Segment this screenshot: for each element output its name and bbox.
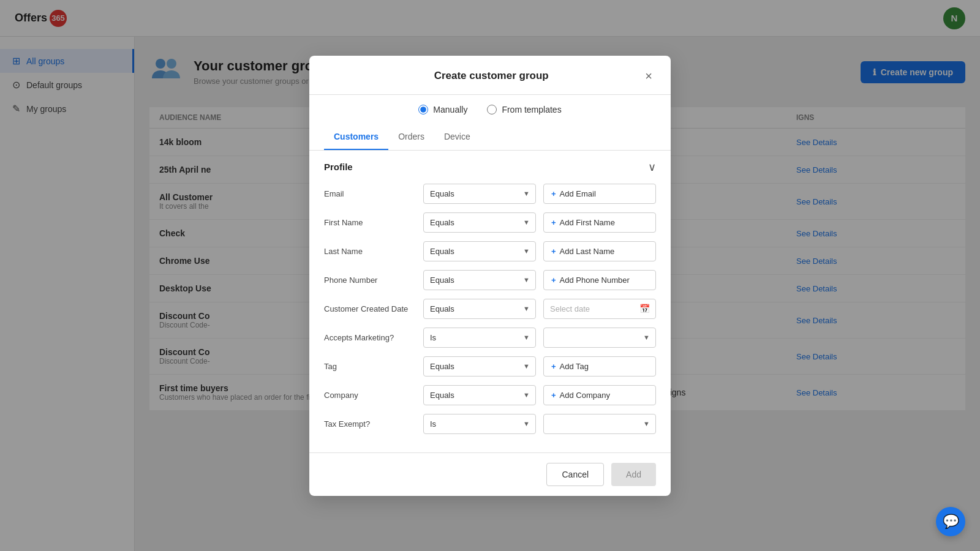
- modal-overlay: Create customer group × Manually From te…: [0, 0, 980, 551]
- phone-field-row: Phone Number EqualsNot Equals ▼ + Add Ph…: [324, 270, 656, 290]
- add-email-label: Add Email: [560, 189, 596, 198]
- add-lastname-button[interactable]: + Add Last Name: [543, 241, 656, 261]
- created-date-operator-select[interactable]: EqualsBeforeAfter: [423, 299, 536, 319]
- add-phone-label: Add Phone Number: [560, 276, 630, 285]
- tag-field-row: Tag EqualsNot Equals ▼ + Add Tag: [324, 356, 656, 377]
- from-templates-radio[interactable]: [487, 105, 497, 114]
- tag-operator-select[interactable]: EqualsNot Equals: [423, 356, 536, 377]
- add-company-button[interactable]: + Add Company: [543, 385, 656, 405]
- add-email-plus-icon: +: [551, 189, 556, 198]
- firstname-operator-select[interactable]: EqualsNot Equals: [423, 212, 536, 233]
- phone-label: Phone Number: [324, 276, 416, 285]
- created-date-label: Customer Created Date: [324, 304, 416, 313]
- company-field-row: Company EqualsNot Equals ▼ + Add Company: [324, 385, 656, 405]
- modal-title: Create customer group: [341, 70, 641, 82]
- cancel-button[interactable]: Cancel: [546, 463, 604, 486]
- add-button[interactable]: Add: [611, 463, 656, 486]
- from-templates-label: From templates: [502, 105, 561, 114]
- manually-label: Manually: [433, 105, 467, 114]
- modal-header: Create customer group ×: [309, 56, 671, 95]
- accepts-marketing-operator-wrapper: IsIs not ▼: [423, 328, 536, 348]
- profile-section-title: Profile: [324, 162, 353, 172]
- chat-support-button[interactable]: 💬: [936, 507, 965, 536]
- tax-exempt-operator-select[interactable]: IsIs not: [423, 414, 536, 434]
- add-firstname-button[interactable]: + Add First Name: [543, 212, 656, 233]
- add-tag-label: Add Tag: [560, 362, 589, 371]
- date-input-wrapper: 📅: [543, 299, 656, 319]
- phone-operator-wrapper: EqualsNot Equals ▼: [423, 270, 536, 290]
- add-phone-button[interactable]: + Add Phone Number: [543, 270, 656, 290]
- accepts-marketing-label: Accepts Marketing?: [324, 333, 416, 342]
- email-field-row: Email EqualsNot EqualsContains ▼ + Add E…: [324, 184, 656, 204]
- tax-exempt-field-row: Tax Exempt? IsIs not ▼ YesNo ▼: [324, 414, 656, 434]
- accepts-marketing-field-row: Accepts Marketing? IsIs not ▼ YesNo ▼: [324, 328, 656, 348]
- tax-exempt-value-select[interactable]: YesNo: [543, 414, 656, 434]
- email-operator-wrapper: EqualsNot EqualsContains ▼: [423, 184, 536, 204]
- from-templates-radio-label[interactable]: From templates: [487, 105, 561, 114]
- company-label: Company: [324, 391, 416, 400]
- tab-device[interactable]: Device: [434, 124, 480, 150]
- add-company-label: Add Company: [560, 391, 610, 400]
- profile-section-header: Profile ∨: [324, 160, 656, 174]
- created-date-input[interactable]: [543, 299, 656, 319]
- accepts-marketing-value-wrapper: YesNo ▼: [543, 328, 656, 348]
- add-lastname-label: Add Last Name: [560, 247, 615, 256]
- chat-icon: 💬: [943, 514, 959, 530]
- firstname-label: First Name: [324, 218, 416, 227]
- lastname-operator-wrapper: EqualsNot Equals ▼: [423, 241, 536, 261]
- add-firstname-plus-icon: +: [551, 218, 556, 227]
- manually-radio[interactable]: [418, 105, 428, 114]
- tab-orders[interactable]: Orders: [388, 124, 434, 150]
- tag-operator-wrapper: EqualsNot Equals ▼: [423, 356, 536, 377]
- tag-label: Tag: [324, 362, 416, 371]
- tax-exempt-label: Tax Exempt?: [324, 419, 416, 429]
- firstname-field-row: First Name EqualsNot Equals ▼ + Add Firs…: [324, 212, 656, 233]
- create-group-modal: Create customer group × Manually From te…: [309, 56, 671, 496]
- lastname-operator-select[interactable]: EqualsNot Equals: [423, 241, 536, 261]
- lastname-field-row: Last Name EqualsNot Equals ▼ + Add Last …: [324, 241, 656, 261]
- phone-operator-select[interactable]: EqualsNot Equals: [423, 270, 536, 290]
- collapse-section-button[interactable]: ∨: [648, 160, 656, 174]
- modal-footer: Cancel Add: [309, 452, 671, 496]
- add-phone-plus-icon: +: [551, 276, 556, 285]
- modal-tabs: Customers Orders Device: [309, 124, 671, 151]
- add-tag-plus-icon: +: [551, 362, 556, 371]
- creation-mode-radio-group: Manually From templates: [309, 95, 671, 124]
- manually-radio-label[interactable]: Manually: [418, 105, 467, 114]
- firstname-operator-wrapper: EqualsNot Equals ▼: [423, 212, 536, 233]
- email-label: Email: [324, 189, 416, 198]
- company-operator-wrapper: EqualsNot Equals ▼: [423, 385, 536, 405]
- accepts-marketing-value-select[interactable]: YesNo: [543, 328, 656, 348]
- add-firstname-label: Add First Name: [560, 218, 615, 227]
- created-date-field-row: Customer Created Date EqualsBeforeAfter …: [324, 299, 656, 319]
- tab-customers[interactable]: Customers: [324, 124, 388, 150]
- add-tag-button[interactable]: + Add Tag: [543, 356, 656, 377]
- email-operator-select[interactable]: EqualsNot EqualsContains: [423, 184, 536, 204]
- lastname-label: Last Name: [324, 247, 416, 256]
- tax-exempt-value-wrapper: YesNo ▼: [543, 414, 656, 434]
- company-operator-select[interactable]: EqualsNot Equals: [423, 385, 536, 405]
- modal-close-button[interactable]: ×: [641, 68, 656, 84]
- add-lastname-plus-icon: +: [551, 247, 556, 256]
- add-email-button[interactable]: + Add Email: [543, 184, 656, 204]
- tax-exempt-operator-wrapper: IsIs not ▼: [423, 414, 536, 434]
- accepts-marketing-operator-select[interactable]: IsIs not: [423, 328, 536, 348]
- modal-body: Profile ∨ Email EqualsNot EqualsContains…: [309, 151, 671, 452]
- created-date-operator-wrapper: EqualsBeforeAfter ▼: [423, 299, 536, 319]
- add-company-plus-icon: +: [551, 391, 556, 400]
